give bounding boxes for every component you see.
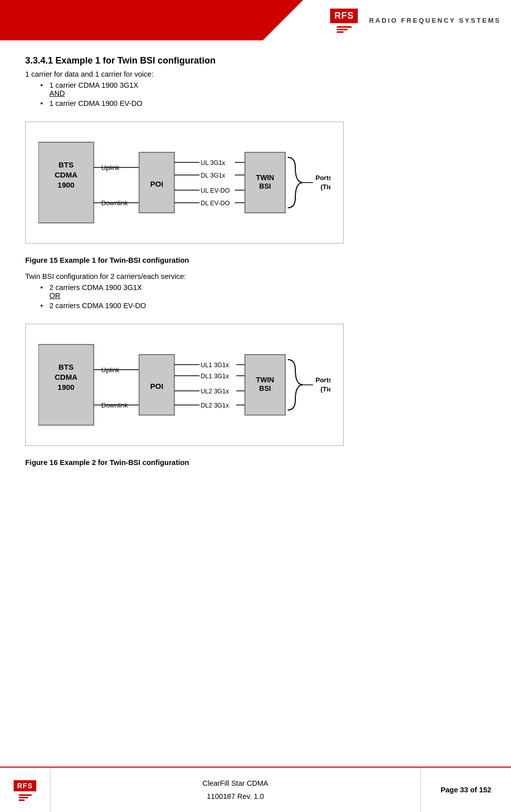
footer-center: ClearFill Star CDMA 1100187 Rev. 1.0 bbox=[50, 777, 420, 803]
svg-text:DL2 3G1x: DL2 3G1x bbox=[201, 402, 229, 409]
svg-text:POI: POI bbox=[150, 180, 163, 188]
svg-text:DL 3G1x: DL 3G1x bbox=[201, 172, 226, 179]
svg-text:1900: 1900 bbox=[57, 181, 74, 189]
footer-logo: RFS bbox=[0, 768, 50, 812]
diagram-1: BTS CDMA 1900 Uplink Downlink POI UL 3G1… bbox=[25, 122, 344, 244]
or-label: OR bbox=[49, 292, 60, 300]
svg-text:(Tier1): (Tier1) bbox=[321, 385, 331, 393]
svg-text:UL1 3G1x: UL1 3G1x bbox=[201, 362, 229, 369]
svg-text:TWIN: TWIN bbox=[256, 173, 274, 182]
svg-text:TWIN: TWIN bbox=[256, 376, 274, 384]
svg-text:DL1 3G1x: DL1 3G1x bbox=[201, 373, 229, 380]
svg-text:BTS: BTS bbox=[58, 160, 74, 169]
diagram-2: BTS CDMA 1900 Uplink Downlink POI UL1 3G… bbox=[25, 324, 344, 446]
svg-text:UL 3G1x: UL 3G1x bbox=[201, 159, 226, 166]
main-content: 3.3.4.1 Example 1 for Twin BSI configura… bbox=[0, 40, 511, 485]
footer-page: Page 33 of 152 bbox=[420, 768, 511, 812]
rfs-tagline: RADIO FREQUENCY SYSTEMS bbox=[369, 17, 501, 24]
svg-text:Ports to GES: Ports to GES bbox=[315, 376, 331, 384]
svg-text:BSI: BSI bbox=[259, 182, 271, 190]
svg-text:UL2 3G1x: UL2 3G1x bbox=[201, 388, 229, 395]
diagram-1-svg: BTS CDMA 1900 Uplink Downlink POI UL 3G1… bbox=[38, 132, 331, 233]
header-logo-area: RFS RADIO FREQUENCY SYSTEMS bbox=[329, 8, 501, 33]
bullet-item-4: 2 carriers CDMA 1900 EV-DO bbox=[40, 302, 486, 310]
bullet-item-2: 1 carrier CDMA 1900 EV-DO bbox=[40, 99, 486, 107]
svg-text:Ports to GES: Ports to GES bbox=[315, 174, 331, 182]
bullet-list-2: 2 carriers CDMA 1900 3G1X OR 2 carriers … bbox=[40, 283, 486, 310]
svg-text:CDMA: CDMA bbox=[55, 170, 78, 179]
bullet-item-1: 1 carrier CDMA 1900 3G1X AND bbox=[40, 81, 486, 97]
svg-text:(Tier1): (Tier1) bbox=[321, 183, 331, 191]
figure-2-caption: Figure 16 Example 2 for Twin-BSI configu… bbox=[25, 458, 486, 467]
figure-1-caption: Figure 15 Example 1 for Twin-BSI configu… bbox=[25, 256, 486, 264]
rfs-logo: RFS bbox=[329, 8, 359, 24]
bullet-list-1: 1 carrier CDMA 1900 3G1X AND 1 carrier C… bbox=[40, 81, 486, 107]
section-title: 3.3.4.1 Example 1 for Twin BSI configura… bbox=[25, 55, 486, 66]
footer-product: ClearFill Star CDMA bbox=[50, 777, 420, 790]
page-header: RFS RADIO FREQUENCY SYSTEMS bbox=[0, 0, 511, 40]
section-desc1: 1 carrier for data and 1 carrier for voi… bbox=[25, 70, 486, 78]
footer-revision: 1100187 Rev. 1.0 bbox=[50, 790, 420, 803]
page-footer: RFS ClearFill Star CDMA 1100187 Rev. 1.0… bbox=[0, 767, 511, 812]
svg-text:POI: POI bbox=[150, 382, 163, 390]
svg-text:1900: 1900 bbox=[57, 383, 74, 391]
section-desc2: Twin BSI configuration for 2 carriers/ea… bbox=[25, 272, 486, 280]
bullet-item-3: 2 carriers CDMA 1900 3G1X OR bbox=[40, 283, 486, 300]
svg-text:CDMA: CDMA bbox=[55, 373, 78, 381]
svg-text:BSI: BSI bbox=[259, 384, 271, 392]
footer-rfs-brand: RFS bbox=[13, 779, 37, 792]
svg-text:DL EV-DO: DL EV-DO bbox=[201, 200, 230, 207]
diagram-2-svg: BTS CDMA 1900 Uplink Downlink POI UL1 3G… bbox=[38, 334, 331, 435]
and-label: AND bbox=[49, 89, 65, 97]
svg-text:BTS: BTS bbox=[58, 363, 74, 371]
svg-text:UL EV-DO: UL EV-DO bbox=[201, 187, 230, 194]
